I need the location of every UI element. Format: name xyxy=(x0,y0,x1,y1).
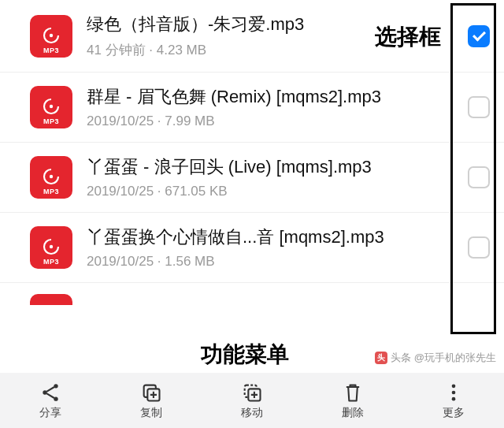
more-button[interactable]: 更多 xyxy=(403,373,504,428)
delete-button[interactable]: 删除 xyxy=(302,373,403,428)
file-title: 群星 - 眉飞色舞 (Remix) [mqms2].mp3 xyxy=(87,85,454,109)
move-label: 移动 xyxy=(241,406,263,420)
file-text: 绿色（抖音版）-朱习爱.mp3 41 分钟前 · 4.23 MB xyxy=(87,13,454,59)
file-type-label: MP3 xyxy=(43,117,59,125)
share-button[interactable]: 分享 xyxy=(0,373,101,428)
file-row[interactable]: MP3 丫蛋蛋换个心情做自...音 [mqms2].mp3 2019/10/25… xyxy=(0,213,504,283)
file-row[interactable]: MP3 丫蛋蛋 - 浪子回头 (Live) [mqms].mp3 2019/10… xyxy=(0,143,504,213)
file-row[interactable]: MP3 群星 - 眉飞色舞 (Remix) [mqms2].mp3 2019/1… xyxy=(0,73,504,143)
trash-icon xyxy=(342,381,364,404)
mp3-icon: MP3 xyxy=(30,15,72,58)
svg-point-18 xyxy=(452,390,456,394)
watermark-text: 头条 @玩手机的张先生 xyxy=(391,351,496,365)
share-label: 分享 xyxy=(39,406,61,420)
file-type-label: MP3 xyxy=(43,188,59,195)
svg-point-7 xyxy=(50,245,53,248)
watermark: 头 头条 @玩手机的张先生 xyxy=(375,351,496,365)
delete-label: 删除 xyxy=(342,406,364,420)
watermark-logo-icon: 头 xyxy=(375,352,387,364)
file-list: MP3 绿色（抖音版）-朱习爱.mp3 41 分钟前 · 4.23 MB MP3… xyxy=(0,0,504,305)
move-icon xyxy=(241,381,263,404)
file-title: 丫蛋蛋 - 浪子回头 (Live) [mqms].mp3 xyxy=(87,155,454,179)
file-type-label: MP3 xyxy=(43,258,59,266)
more-icon xyxy=(443,381,465,404)
mp3-icon xyxy=(30,294,72,305)
file-row-partial xyxy=(0,283,504,305)
file-meta: 2019/10/25 · 7.99 MB xyxy=(87,114,454,129)
mp3-icon: MP3 xyxy=(30,156,72,199)
mp3-icon: MP3 xyxy=(30,86,72,128)
mp3-icon: MP3 xyxy=(30,226,72,269)
file-text: 丫蛋蛋换个心情做自...音 [mqms2].mp3 2019/10/25 · 1… xyxy=(87,225,454,270)
more-label: 更多 xyxy=(443,406,465,420)
svg-point-19 xyxy=(452,396,456,400)
checkbox[interactable] xyxy=(468,96,490,118)
file-title: 绿色（抖音版）-朱习爱.mp3 xyxy=(87,13,454,36)
svg-point-17 xyxy=(452,384,456,388)
checkbox[interactable] xyxy=(468,166,490,188)
file-text: 丫蛋蛋 - 浪子回头 (Live) [mqms].mp3 2019/10/25 … xyxy=(87,155,454,199)
bottom-toolbar: 分享 复制 移动 删除 更多 xyxy=(0,373,504,428)
annotation-menu-label: 功能菜单 xyxy=(201,340,289,370)
svg-point-3 xyxy=(50,105,53,108)
svg-point-5 xyxy=(50,175,53,178)
share-icon xyxy=(39,381,61,404)
svg-point-1 xyxy=(50,33,53,36)
file-text: 群星 - 眉飞色舞 (Remix) [mqms2].mp3 2019/10/25… xyxy=(87,85,454,129)
file-meta: 41 分钟前 · 4.23 MB xyxy=(87,41,454,59)
checkbox[interactable] xyxy=(468,25,490,47)
move-button[interactable]: 移动 xyxy=(202,373,302,428)
file-type-label: MP3 xyxy=(43,47,59,54)
checkbox[interactable] xyxy=(468,236,490,259)
copy-label: 复制 xyxy=(140,406,162,420)
copy-icon xyxy=(140,381,162,404)
file-meta: 2019/10/25 · 671.05 KB xyxy=(87,184,454,199)
file-row[interactable]: MP3 绿色（抖音版）-朱习爱.mp3 41 分钟前 · 4.23 MB xyxy=(0,0,504,73)
copy-button[interactable]: 复制 xyxy=(101,373,202,428)
file-meta: 2019/10/25 · 1.56 MB xyxy=(87,254,454,270)
file-title: 丫蛋蛋换个心情做自...音 [mqms2].mp3 xyxy=(87,225,454,249)
